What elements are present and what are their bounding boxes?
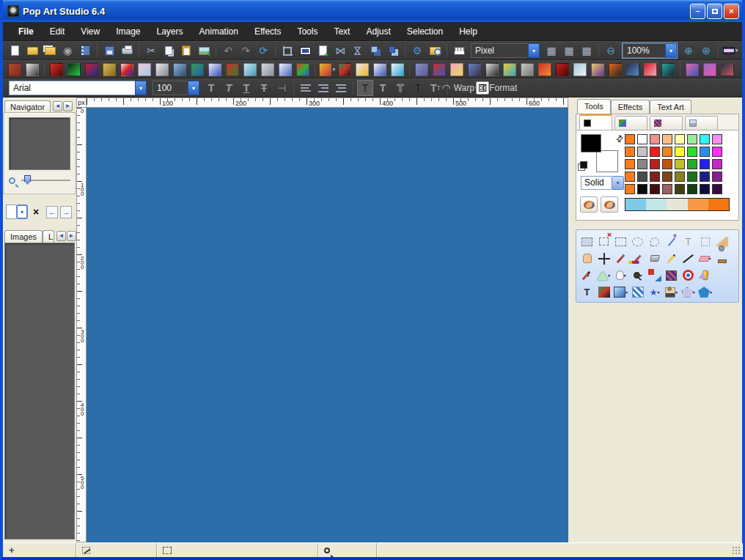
gradient-fill[interactable]: ▾ [614,285,628,299]
language-dropdown[interactable]: ▾ [735,48,738,54]
color-swatch[interactable] [637,184,647,194]
rectangular-selection[interactable] [580,235,594,248]
swap-colors-icon[interactable]: ⇄ [614,132,626,144]
font-size-dropdown[interactable]: 100 ▾ [153,81,199,95]
subtab-pattern[interactable] [650,116,683,130]
color-swatch[interactable] [637,134,647,144]
send-backward[interactable] [385,43,401,59]
menu-layers[interactable]: Layers [149,23,191,40]
redo[interactable]: ↷ [238,43,254,59]
previous-image-button[interactable]: ← [46,206,58,218]
close-image-button[interactable]: × [33,206,39,218]
font-dropdown[interactable]: Arial ▾ [9,81,147,95]
stamp-tool[interactable] [715,251,729,265]
menu-help[interactable]: Help [451,23,485,40]
target-tool[interactable] [681,268,695,282]
effect-flask-dropdown[interactable]: ▾ [608,273,610,278]
print[interactable] [119,43,135,59]
color-swatch[interactable] [700,147,710,157]
color-swatch[interactable] [675,184,685,194]
effect-diamond[interactable] [136,62,153,78]
pentagon-tool-dropdown[interactable]: ▾ [710,290,712,295]
open-video[interactable] [77,43,93,59]
fill-type-dropdown[interactable]: Solid ▾ [581,176,624,190]
color-swatch[interactable] [650,184,660,194]
bring-forward[interactable] [367,43,383,59]
maximize-button[interactable] [707,4,722,19]
color-swatch[interactable] [662,172,672,182]
effect-bricks[interactable] [7,62,23,78]
effect-che-red[interactable] [554,62,570,78]
effect-maze[interactable] [207,62,223,78]
effect-mosaic[interactable] [277,62,293,78]
effect-gold-frame[interactable] [101,62,117,78]
effect-puzzle[interactable] [189,62,205,78]
tab-text-art[interactable]: Text Art [650,100,691,114]
pattern-tool[interactable] [664,268,678,282]
photo-fill-dropdown[interactable]: ▾ [675,290,678,295]
color-swatch[interactable] [625,184,635,194]
color-swatch[interactable] [662,134,672,144]
color-swatch[interactable] [700,184,710,194]
color-swatch[interactable] [625,147,635,157]
copy[interactable] [161,43,177,59]
subtab-gradient[interactable] [614,116,647,130]
navigator-thumbnail[interactable] [9,117,70,170]
tab-layers-partial[interactable]: L [43,230,54,243]
line-tool[interactable] [681,251,695,265]
text-solid[interactable]: T [357,80,373,96]
text-vertical[interactable]: ⊣ [274,80,290,96]
menu-selection[interactable]: Selection [399,23,451,40]
star-tool-dropdown[interactable]: ▾ [657,290,659,295]
align-right[interactable] [333,80,349,96]
magic-wand[interactable] [664,235,678,248]
text-format[interactable]: TFormat [491,80,507,96]
polygon-tool[interactable]: ▾ [681,285,695,299]
effect-mondrian[interactable] [119,62,135,78]
zoom-out[interactable]: ⊖ [603,43,619,59]
font-size-dropdown-arrow[interactable]: ▾ [188,81,199,95]
photo-fill[interactable]: ▾ [664,285,678,299]
text-strikethrough[interactable]: T [256,80,272,96]
images-list[interactable] [4,243,75,539]
color-picker[interactable] [614,251,628,265]
foreground-color-swatch[interactable] [581,134,601,152]
gradient-multicolor[interactable] [597,285,611,299]
menu-file[interactable]: File [10,23,42,40]
images-tab-left-arrow[interactable]: ◄ [56,231,66,241]
menu-adjust[interactable]: Adjust [358,23,398,40]
color-swatch[interactable] [712,172,722,182]
tab-tools[interactable]: Tools [577,99,611,114]
color-swatch[interactable] [637,159,647,169]
color-swatch[interactable] [650,172,660,182]
effect-che-bw[interactable] [484,62,500,78]
grid[interactable]: ▦ [543,43,559,59]
hatch-fill[interactable] [631,285,645,299]
zoom-in[interactable]: ⊕ [680,43,697,59]
color-swatch[interactable] [687,147,697,157]
grid-rotate[interactable]: ▦ [561,43,577,59]
images-tab-right-arrow[interactable]: ► [67,231,76,241]
brush-tool[interactable]: ▾ [580,268,594,282]
crop[interactable] [279,43,296,59]
color-swatch[interactable] [625,134,635,144]
image-selector-arrow[interactable]: ▾ [16,205,28,219]
effect-copies[interactable] [260,62,276,78]
pentagon-tool[interactable]: ▾ [698,285,712,299]
settings[interactable]: ⚙ [409,43,425,59]
color-swatch[interactable] [675,147,685,157]
license-key[interactable] [740,43,745,59]
marquee-selection[interactable] [614,235,628,248]
zoom-dropdown[interactable]: 100% ▾ [623,43,677,58]
color-swatch[interactable] [637,172,647,182]
undo[interactable]: ↶ [220,43,236,59]
effect-halftone-red[interactable] [48,62,65,78]
color-swatch[interactable] [650,134,660,144]
effect-mao[interactable] [537,62,553,78]
effect-duotone-face[interactable] [431,62,447,78]
selection-border[interactable] [698,235,712,248]
darkroom-tool-dropdown[interactable]: ▾ [640,273,642,278]
color-swatch[interactable] [700,159,710,169]
smudge-tool[interactable]: ▾ [614,268,628,282]
flip-vertical[interactable]: ⋈ [350,43,366,59]
